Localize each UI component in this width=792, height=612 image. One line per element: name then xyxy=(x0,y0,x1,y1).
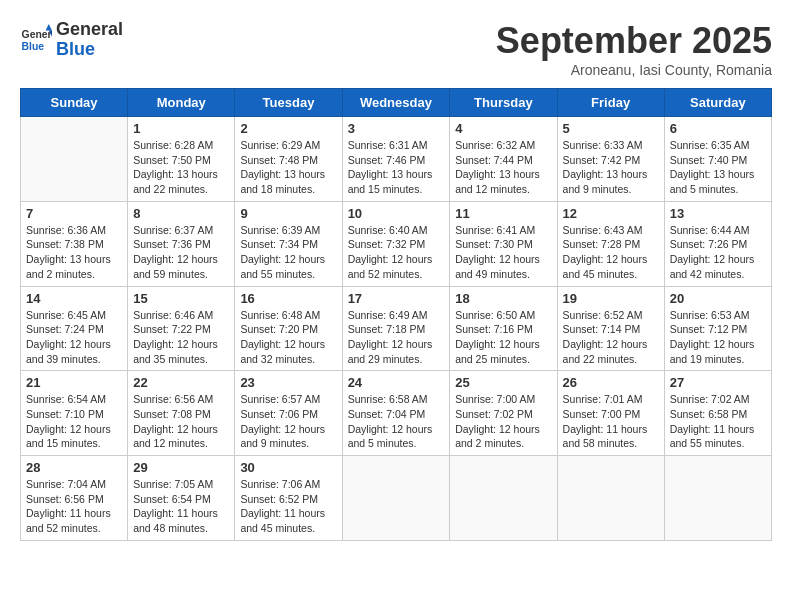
calendar-week-row: 21Sunrise: 6:54 AM Sunset: 7:10 PM Dayli… xyxy=(21,371,772,456)
day-info: Sunrise: 6:57 AM Sunset: 7:06 PM Dayligh… xyxy=(240,392,336,451)
logo-icon: General Blue xyxy=(20,24,52,56)
calendar-week-row: 28Sunrise: 7:04 AM Sunset: 6:56 PM Dayli… xyxy=(21,456,772,541)
calendar-week-row: 14Sunrise: 6:45 AM Sunset: 7:24 PM Dayli… xyxy=(21,286,772,371)
calendar-day-cell: 30Sunrise: 7:06 AM Sunset: 6:52 PM Dayli… xyxy=(235,456,342,541)
day-number: 1 xyxy=(133,121,229,136)
day-info: Sunrise: 6:50 AM Sunset: 7:16 PM Dayligh… xyxy=(455,308,551,367)
day-info: Sunrise: 7:06 AM Sunset: 6:52 PM Dayligh… xyxy=(240,477,336,536)
day-info: Sunrise: 6:45 AM Sunset: 7:24 PM Dayligh… xyxy=(26,308,122,367)
weekday-header: Saturday xyxy=(664,89,771,117)
calendar-day-cell: 5Sunrise: 6:33 AM Sunset: 7:42 PM Daylig… xyxy=(557,117,664,202)
day-number: 19 xyxy=(563,291,659,306)
weekday-header: Tuesday xyxy=(235,89,342,117)
calendar-week-row: 7Sunrise: 6:36 AM Sunset: 7:38 PM Daylig… xyxy=(21,201,772,286)
calendar-day-cell: 27Sunrise: 7:02 AM Sunset: 6:58 PM Dayli… xyxy=(664,371,771,456)
day-number: 18 xyxy=(455,291,551,306)
day-number: 21 xyxy=(26,375,122,390)
title-block: September 2025 Aroneanu, Iasi County, Ro… xyxy=(496,20,772,78)
day-info: Sunrise: 6:56 AM Sunset: 7:08 PM Dayligh… xyxy=(133,392,229,451)
day-info: Sunrise: 6:41 AM Sunset: 7:30 PM Dayligh… xyxy=(455,223,551,282)
day-info: Sunrise: 6:35 AM Sunset: 7:40 PM Dayligh… xyxy=(670,138,766,197)
calendar-day-cell: 2Sunrise: 6:29 AM Sunset: 7:48 PM Daylig… xyxy=(235,117,342,202)
day-info: Sunrise: 6:49 AM Sunset: 7:18 PM Dayligh… xyxy=(348,308,445,367)
calendar-day-cell xyxy=(21,117,128,202)
calendar-day-cell: 14Sunrise: 6:45 AM Sunset: 7:24 PM Dayli… xyxy=(21,286,128,371)
day-number: 15 xyxy=(133,291,229,306)
day-number: 8 xyxy=(133,206,229,221)
svg-marker-2 xyxy=(46,24,52,30)
calendar-day-cell: 7Sunrise: 6:36 AM Sunset: 7:38 PM Daylig… xyxy=(21,201,128,286)
day-info: Sunrise: 6:37 AM Sunset: 7:36 PM Dayligh… xyxy=(133,223,229,282)
calendar-day-cell: 24Sunrise: 6:58 AM Sunset: 7:04 PM Dayli… xyxy=(342,371,450,456)
calendar-day-cell: 8Sunrise: 6:37 AM Sunset: 7:36 PM Daylig… xyxy=(128,201,235,286)
day-info: Sunrise: 6:52 AM Sunset: 7:14 PM Dayligh… xyxy=(563,308,659,367)
calendar-day-cell: 19Sunrise: 6:52 AM Sunset: 7:14 PM Dayli… xyxy=(557,286,664,371)
day-number: 17 xyxy=(348,291,445,306)
calendar-day-cell: 29Sunrise: 7:05 AM Sunset: 6:54 PM Dayli… xyxy=(128,456,235,541)
day-number: 9 xyxy=(240,206,336,221)
day-number: 6 xyxy=(670,121,766,136)
calendar-day-cell: 23Sunrise: 6:57 AM Sunset: 7:06 PM Dayli… xyxy=(235,371,342,456)
calendar-day-cell: 9Sunrise: 6:39 AM Sunset: 7:34 PM Daylig… xyxy=(235,201,342,286)
svg-text:Blue: Blue xyxy=(22,40,45,51)
month-title: September 2025 xyxy=(496,20,772,62)
day-number: 2 xyxy=(240,121,336,136)
weekday-header: Friday xyxy=(557,89,664,117)
day-number: 23 xyxy=(240,375,336,390)
logo-general-text: General xyxy=(56,19,123,39)
calendar-day-cell xyxy=(664,456,771,541)
day-info: Sunrise: 6:58 AM Sunset: 7:04 PM Dayligh… xyxy=(348,392,445,451)
day-info: Sunrise: 7:01 AM Sunset: 7:00 PM Dayligh… xyxy=(563,392,659,451)
calendar-day-cell: 10Sunrise: 6:40 AM Sunset: 7:32 PM Dayli… xyxy=(342,201,450,286)
day-number: 22 xyxy=(133,375,229,390)
day-info: Sunrise: 6:39 AM Sunset: 7:34 PM Dayligh… xyxy=(240,223,336,282)
day-number: 27 xyxy=(670,375,766,390)
day-number: 5 xyxy=(563,121,659,136)
calendar-day-cell: 21Sunrise: 6:54 AM Sunset: 7:10 PM Dayli… xyxy=(21,371,128,456)
weekday-header: Sunday xyxy=(21,89,128,117)
day-info: Sunrise: 6:31 AM Sunset: 7:46 PM Dayligh… xyxy=(348,138,445,197)
day-number: 7 xyxy=(26,206,122,221)
day-info: Sunrise: 6:46 AM Sunset: 7:22 PM Dayligh… xyxy=(133,308,229,367)
day-number: 13 xyxy=(670,206,766,221)
weekday-header: Monday xyxy=(128,89,235,117)
day-number: 24 xyxy=(348,375,445,390)
calendar-day-cell: 22Sunrise: 6:56 AM Sunset: 7:08 PM Dayli… xyxy=(128,371,235,456)
day-number: 28 xyxy=(26,460,122,475)
day-number: 10 xyxy=(348,206,445,221)
day-number: 30 xyxy=(240,460,336,475)
day-number: 4 xyxy=(455,121,551,136)
day-info: Sunrise: 6:43 AM Sunset: 7:28 PM Dayligh… xyxy=(563,223,659,282)
weekday-header-row: SundayMondayTuesdayWednesdayThursdayFrid… xyxy=(21,89,772,117)
day-info: Sunrise: 7:02 AM Sunset: 6:58 PM Dayligh… xyxy=(670,392,766,451)
day-info: Sunrise: 6:44 AM Sunset: 7:26 PM Dayligh… xyxy=(670,223,766,282)
day-number: 29 xyxy=(133,460,229,475)
calendar-day-cell: 3Sunrise: 6:31 AM Sunset: 7:46 PM Daylig… xyxy=(342,117,450,202)
day-info: Sunrise: 6:40 AM Sunset: 7:32 PM Dayligh… xyxy=(348,223,445,282)
calendar-day-cell: 12Sunrise: 6:43 AM Sunset: 7:28 PM Dayli… xyxy=(557,201,664,286)
day-number: 26 xyxy=(563,375,659,390)
day-number: 16 xyxy=(240,291,336,306)
day-number: 20 xyxy=(670,291,766,306)
day-number: 14 xyxy=(26,291,122,306)
page-header: General Blue General Blue September 2025… xyxy=(20,20,772,78)
day-info: Sunrise: 6:54 AM Sunset: 7:10 PM Dayligh… xyxy=(26,392,122,451)
calendar-day-cell: 26Sunrise: 7:01 AM Sunset: 7:00 PM Dayli… xyxy=(557,371,664,456)
day-number: 3 xyxy=(348,121,445,136)
svg-text:General: General xyxy=(22,29,52,40)
day-info: Sunrise: 6:28 AM Sunset: 7:50 PM Dayligh… xyxy=(133,138,229,197)
calendar-day-cell: 18Sunrise: 6:50 AM Sunset: 7:16 PM Dayli… xyxy=(450,286,557,371)
calendar-day-cell xyxy=(342,456,450,541)
calendar-day-cell: 16Sunrise: 6:48 AM Sunset: 7:20 PM Dayli… xyxy=(235,286,342,371)
day-info: Sunrise: 6:48 AM Sunset: 7:20 PM Dayligh… xyxy=(240,308,336,367)
day-number: 11 xyxy=(455,206,551,221)
calendar-day-cell: 4Sunrise: 6:32 AM Sunset: 7:44 PM Daylig… xyxy=(450,117,557,202)
day-info: Sunrise: 7:04 AM Sunset: 6:56 PM Dayligh… xyxy=(26,477,122,536)
calendar-week-row: 1Sunrise: 6:28 AM Sunset: 7:50 PM Daylig… xyxy=(21,117,772,202)
day-info: Sunrise: 6:29 AM Sunset: 7:48 PM Dayligh… xyxy=(240,138,336,197)
day-number: 25 xyxy=(455,375,551,390)
calendar-day-cell: 11Sunrise: 6:41 AM Sunset: 7:30 PM Dayli… xyxy=(450,201,557,286)
day-info: Sunrise: 6:32 AM Sunset: 7:44 PM Dayligh… xyxy=(455,138,551,197)
calendar-day-cell xyxy=(450,456,557,541)
calendar-day-cell: 1Sunrise: 6:28 AM Sunset: 7:50 PM Daylig… xyxy=(128,117,235,202)
